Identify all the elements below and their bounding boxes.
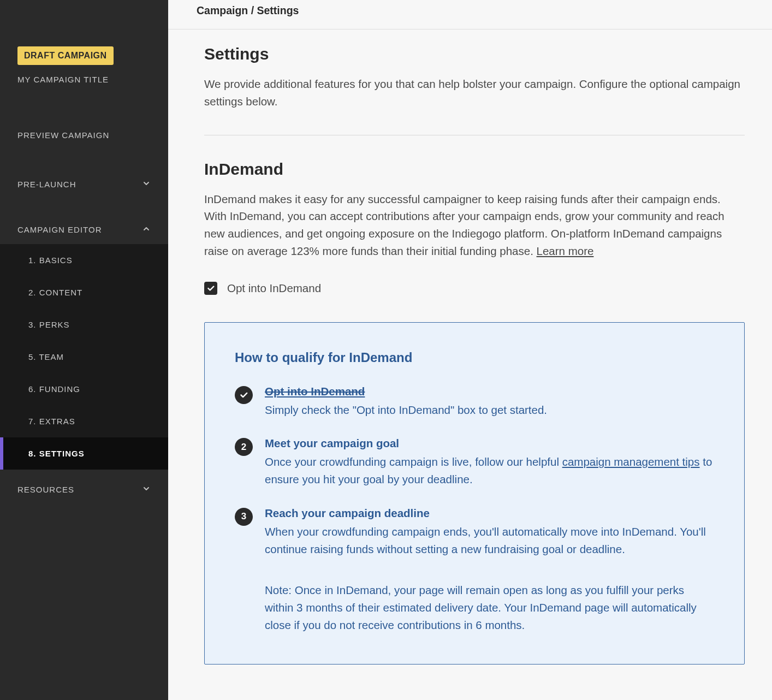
breadcrumb: Campaign / Settings [168,0,772,29]
subnav-settings[interactable]: 8. SETTINGS [0,437,168,470]
nav-resources[interactable]: RESOURCES [0,475,168,504]
nav-resources-label: RESOURCES [17,485,74,494]
campaign-editor-subnav: 1. BASICS 2. CONTENT 3. PERKS 5. TEAM 6.… [0,244,168,470]
indemand-desc-text: InDemand makes it easy for any successfu… [204,193,725,257]
nav-campaign-editor[interactable]: CAMPAIGN EDITOR [0,215,168,244]
subnav-content[interactable]: 2. CONTENT [0,276,168,309]
subnav-extras[interactable]: 7. EXTRAS [0,405,168,437]
opt-in-checkbox-row: Opt into InDemand [204,282,745,295]
opt-in-checkbox[interactable] [204,282,217,295]
step-3-note: Note: Once in InDemand, your page will r… [265,582,714,633]
draft-badge: DRAFT CAMPAIGN [17,46,114,65]
preview-campaign-link[interactable]: PREVIEW CAMPAIGN [17,130,151,140]
step-3-desc: When your crowdfunding campaign ends, yo… [265,523,714,558]
step-1-desc: Simply check the "Opt into InDemand" box… [265,401,714,419]
opt-in-label: Opt into InDemand [227,282,321,295]
step-completed-icon [235,386,253,404]
indemand-title: InDemand [204,160,745,179]
nav-campaign-editor-label: CAMPAIGN EDITOR [17,225,102,234]
indemand-desc: InDemand makes it easy for any successfu… [204,191,745,260]
subnav-basics[interactable]: 1. BASICS [0,244,168,276]
qualify-step-2: 2 Meet your campaign goal Once your crow… [235,437,714,488]
step-2-desc: Once your crowdfunding campaign is live,… [265,453,714,488]
step-2-desc-pre: Once your crowdfunding campaign is live,… [265,455,562,468]
campaign-tips-link[interactable]: campaign management tips [562,455,700,468]
main-content: Campaign / Settings Settings We provide … [168,0,772,700]
step-2-badge: 2 [235,438,253,456]
chevron-down-icon [142,179,151,189]
step-3-title: Reach your campaign deadline [265,507,714,520]
step-2-title: Meet your campaign goal [265,437,714,450]
qualify-info-box: How to qualify for InDemand Opt into InD… [204,322,745,665]
page-title: Settings [204,45,745,63]
check-icon [206,284,215,293]
campaign-title: MY CAMPAIGN TITLE [17,75,151,84]
subnav-funding[interactable]: 6. FUNDING [0,373,168,405]
sidebar: DRAFT CAMPAIGN MY CAMPAIGN TITLE PREVIEW… [0,0,168,700]
subnav-perks[interactable]: 3. PERKS [0,309,168,341]
learn-more-link[interactable]: Learn more [537,245,594,257]
chevron-down-icon [142,484,151,495]
step-3-badge: 3 [235,508,253,526]
nav-pre-launch[interactable]: PRE-LAUNCH [0,170,168,199]
qualify-step-3: 3 Reach your campaign deadline When your… [235,507,714,634]
subnav-team[interactable]: 5. TEAM [0,341,168,373]
divider [204,135,745,135]
nav-pre-launch-label: PRE-LAUNCH [17,180,76,189]
chevron-up-icon [142,224,151,235]
step-1-title: Opt into InDemand [265,385,714,398]
settings-intro: We provide additional features for you t… [204,75,745,110]
qualify-title: How to qualify for InDemand [235,350,714,365]
qualify-step-1: Opt into InDemand Simply check the "Opt … [235,385,714,419]
